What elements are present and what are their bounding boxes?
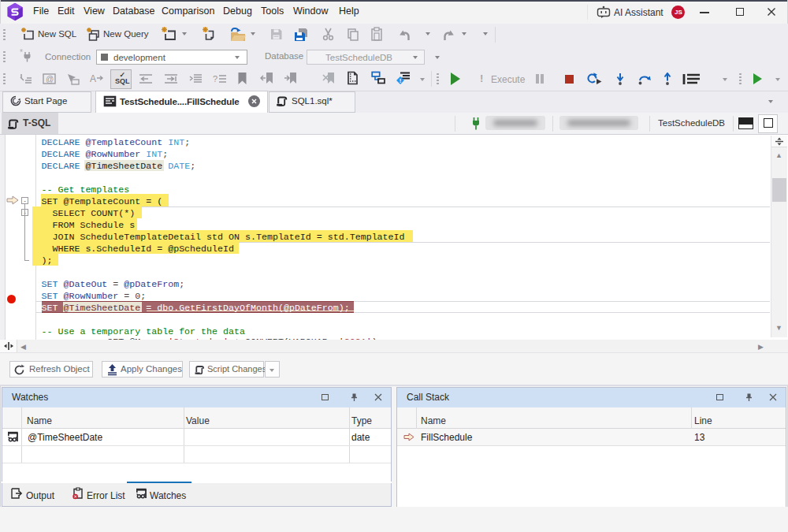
svg-text:?: ? (213, 74, 217, 84)
svg-text:@: @ (46, 75, 54, 84)
svg-text:*: * (20, 49, 23, 57)
svg-text:!: ! (400, 77, 402, 84)
svg-text:A: A (90, 73, 96, 84)
